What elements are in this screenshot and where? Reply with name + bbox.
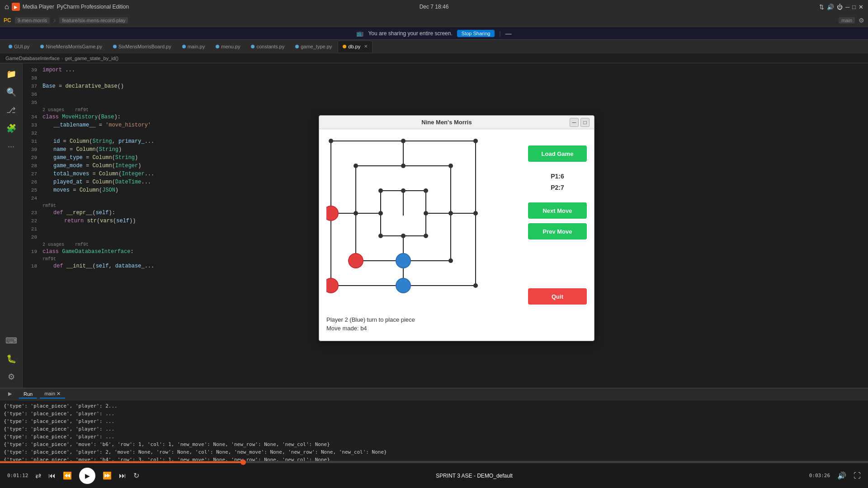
dialog-maximize-btn[interactable]: □: [580, 118, 590, 127]
run-tab-run[interactable]: ▶: [4, 390, 16, 399]
video-progress-bar[interactable]: [0, 461, 868, 463]
svg-point-13: [401, 139, 406, 143]
video-total-time: 0:03:26: [809, 473, 830, 479]
sharing-bar: 📺 You are sharing your entire screen. St…: [0, 27, 868, 40]
code-line-37: 37 Base = declarative_base(): [23, 82, 868, 90]
run-line-5: {'type': 'place_piece', 'player': ...: [4, 433, 864, 441]
left-sidebar: 📁 🔍 ⎇ 🧩 ··· ⌨ 🐛 ⚙: [0, 63, 23, 388]
home-icon[interactable]: ⌂: [5, 3, 9, 11]
svg-point-32: [424, 234, 428, 238]
sidebar-settings-icon[interactable]: ⚙: [3, 369, 19, 385]
sys-power-icon: ⏻: [837, 4, 843, 10]
tab-main[interactable]: main.py: [177, 41, 210, 52]
tab-menu-label: menu.py: [221, 44, 240, 49]
sidebar-git-icon[interactable]: ⎇: [3, 102, 19, 118]
sidebar-more-icon[interactable]: ···: [3, 138, 19, 155]
window-minimize[interactable]: ─: [845, 4, 849, 10]
video-current-time: 0:01:12: [7, 473, 28, 479]
tab-constants-label: constants.py: [256, 44, 284, 49]
branch-left[interactable]: 9-men-morris: [15, 17, 50, 23]
video-progress-thumb: [241, 460, 246, 465]
video-volume-btn[interactable]: 🔊: [837, 471, 846, 480]
dialog-footer: Player 2 (Blue) turn to place piece Move…: [319, 312, 594, 341]
video-play-btn[interactable]: ▶: [79, 468, 95, 484]
svg-point-23: [448, 211, 453, 216]
video-loop-btn[interactable]: ↻: [133, 471, 139, 480]
next-move-button[interactable]: Next Move: [528, 202, 587, 219]
sys-volume-icon: 🔊: [827, 4, 834, 10]
tab-sixmens-label: SixMensMorrisBoard.py: [118, 44, 171, 49]
tab-db[interactable]: db.py ✕: [338, 41, 373, 52]
main-branch[interactable]: main: [839, 17, 855, 23]
tab-db-close[interactable]: ✕: [364, 44, 368, 49]
sidebar-search-icon[interactable]: 🔍: [3, 84, 19, 100]
code-line-35: 35: [23, 99, 868, 107]
tab-gui[interactable]: GUI.py: [4, 41, 34, 52]
svg-point-28: [378, 188, 383, 193]
media-player-label: Media Player: [23, 4, 54, 10]
quit-button[interactable]: Quit: [528, 288, 587, 305]
dialog-right: Load Game P1:6 P2:7 Next Move Prev Move …: [528, 136, 587, 305]
svg-point-15: [473, 211, 478, 216]
video-next-btn[interactable]: ⏭: [119, 472, 126, 480]
tab-menu[interactable]: menu.py: [211, 41, 245, 52]
dialog-body: Load Game P1:6 P2:7 Next Move Prev Move …: [319, 129, 594, 312]
tab-constants[interactable]: constants.py: [246, 41, 289, 52]
prev-move-button[interactable]: Prev Move: [528, 223, 587, 239]
sidebar-folder-icon[interactable]: 📁: [3, 66, 19, 82]
tab-main-label: main.py: [188, 44, 205, 49]
ide-settings-icon[interactable]: ⚙: [859, 17, 864, 24]
game-dialog: Nine Men's Morris ─ □: [319, 115, 594, 341]
game-status-line2: Move made: b4: [326, 325, 587, 332]
svg-point-38: [326, 278, 338, 293]
dialog-buttons: ─ □: [570, 118, 590, 127]
code-hint-34: 2 usages rmf9t: [23, 107, 868, 113]
board-svg: [326, 136, 480, 299]
tab-gametype[interactable]: game_type.py: [290, 41, 337, 52]
tab-sixmens[interactable]: SixMensMorrisBoard.py: [108, 41, 176, 52]
run-line-2: {'type': 'place_piece', 'player': ...: [4, 410, 864, 418]
window-close[interactable]: ✕: [859, 4, 863, 10]
window-maximize[interactable]: □: [852, 4, 856, 10]
video-shuffle-btn[interactable]: ⇄: [35, 471, 41, 480]
run-line-4: {'type': 'place_piece', 'player': ...: [4, 425, 864, 433]
branch-sep: ›: [53, 16, 56, 24]
sidebar-terminal-icon[interactable]: ⌨: [3, 333, 19, 349]
video-forward-btn[interactable]: ⏩: [103, 471, 112, 480]
sharing-message: You are sharing your entire screen.: [368, 30, 452, 37]
run-tab-main[interactable]: main ✕: [40, 390, 65, 399]
system-bar-left: ⌂ ▶ Media Player PyCharm Professional Ed…: [5, 3, 288, 11]
run-line-6: {'type': 'place_piece', 'move': 'b6', 'r…: [4, 441, 864, 448]
game-status-line1: Player 2 (Blue) turn to place piece: [326, 316, 587, 323]
video-title: SPRINT 3 ASE - DEMO_default: [146, 473, 802, 479]
branch-right[interactable]: feature/six-mens-record-play: [59, 17, 128, 23]
sidebar-debug-icon[interactable]: 🐛: [3, 351, 19, 367]
svg-point-36: [326, 206, 338, 221]
sidebar-extensions-icon[interactable]: 🧩: [3, 120, 19, 136]
load-game-button[interactable]: Load Game: [528, 145, 587, 162]
svg-point-27: [354, 211, 358, 216]
video-rewind-btn[interactable]: ⏪: [63, 471, 72, 480]
svg-point-20: [354, 164, 358, 168]
sharing-separator: |: [499, 30, 500, 37]
run-tab-label[interactable]: Run: [19, 390, 37, 399]
breadcrumb-item2[interactable]: get_game_state_by_id(): [65, 56, 119, 61]
breadcrumb-sep1: ›: [61, 56, 63, 61]
datetime: Dec 7 18:46: [420, 4, 449, 10]
dialog-minimize-btn[interactable]: ─: [570, 118, 579, 127]
svg-point-31: [424, 211, 428, 216]
video-fullscreen-btn[interactable]: ⛶: [854, 472, 861, 480]
breadcrumb-item1[interactable]: GameDatabaseInterface: [5, 56, 60, 61]
video-player: 0:01:12 ⇄ ⏮ ⏪ ▶ ⏩ ⏭ ↻ SPRINT 3 ASE - DEM…: [0, 461, 868, 488]
score-display: P1:6 P2:7: [528, 171, 587, 193]
system-bar-right: ⇅ 🔊 ⏻ ─ □ ✕: [580, 4, 863, 10]
run-line-1: {'type': 'place_piece', 'player': 2...: [4, 402, 864, 410]
tab-ninemens[interactable]: NineMensMorrisGame.py: [35, 41, 107, 52]
stop-sharing-button[interactable]: Stop Sharing: [457, 30, 495, 37]
video-controls: 0:01:12 ⇄ ⏮ ⏪ ▶ ⏩ ⏭ ↻ SPRINT 3 ASE - DEM…: [0, 463, 868, 488]
sharing-minimize-icon[interactable]: —: [505, 30, 512, 37]
svg-point-24: [448, 258, 453, 263]
svg-point-16: [473, 283, 478, 288]
ide-logo: PC: [4, 17, 11, 23]
video-prev-btn[interactable]: ⏮: [48, 472, 56, 480]
